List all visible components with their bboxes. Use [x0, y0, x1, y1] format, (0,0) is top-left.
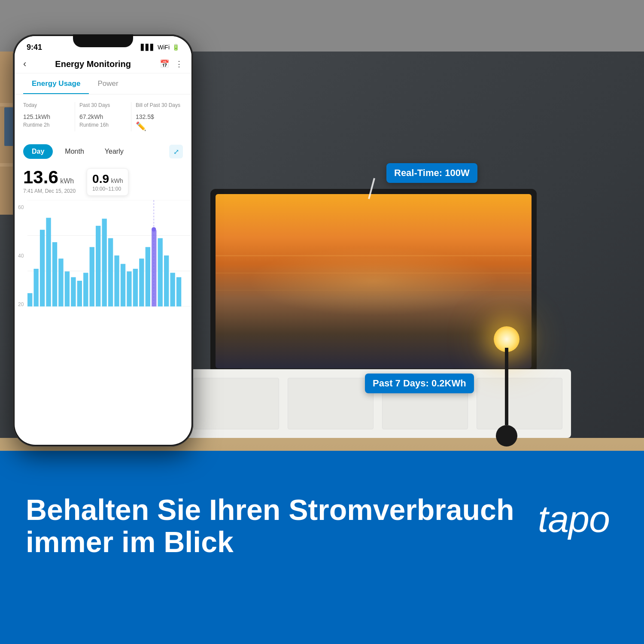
tooltip-unit: kWh — [111, 177, 123, 184]
svg-rect-16 — [102, 219, 106, 307]
phone-body: 9:41 ▋▋▋ WiFi 🔋 ‹ Energy Monitoring 📅 ⋮ — [13, 34, 193, 447]
chart-y-labels: 60 40 20 — [18, 204, 24, 307]
header-title: Energy Monitoring — [55, 59, 131, 69]
tv-screen — [216, 194, 532, 368]
period-day-button[interactable]: Day — [23, 144, 53, 159]
svg-rect-28 — [176, 277, 181, 307]
headline-line2: immer im Blick — [26, 526, 514, 558]
app-header: ‹ Energy Monitoring 📅 ⋮ — [15, 55, 191, 73]
expand-icon: ⤢ — [173, 148, 179, 156]
stat-bill: Bill of Past 30 Days 132.5$ ✏️ — [136, 102, 183, 131]
y-label-20: 20 — [18, 301, 24, 307]
past7-text: Past 7 Days: 0.2KWh — [373, 378, 466, 389]
tab-energy-label: Energy Usage — [32, 79, 80, 88]
svg-rect-13 — [83, 273, 88, 307]
stat-past30-unit: kWh — [91, 113, 103, 120]
svg-rect-5 — [33, 269, 38, 307]
realtime-bubble: Real-Time: 100W — [386, 163, 477, 183]
current-reading: 13.6 kWh 7:41 AM, Dec 15, 2020 0.9 kWh 1… — [15, 164, 191, 200]
stat-divider-2 — [131, 102, 131, 131]
tv-streak-1 — [216, 255, 532, 256]
stat-today: Today 125.1kWh Runtime 2h — [23, 102, 70, 131]
tv-streak-3 — [216, 290, 532, 291]
app-tabs: Energy Usage Power — [15, 73, 191, 94]
stat-today-unit: kWh — [38, 113, 50, 120]
reading-time: 7:41 AM, Dec 15, 2020 — [23, 188, 76, 194]
header-icons: 📅 ⋮ — [160, 59, 183, 69]
phone-notch — [73, 34, 133, 47]
reading-value-container: 13.6 kWh — [23, 168, 76, 186]
stat-today-value: 125.1kWh — [23, 110, 70, 121]
y-label-40: 40 — [18, 253, 24, 259]
y-label-60: 60 — [18, 204, 24, 210]
tv-glow — [247, 246, 500, 316]
floor-lamp — [489, 326, 524, 447]
stat-today-number: 125.1 — [23, 113, 38, 120]
stat-bill-unit: $ — [151, 113, 154, 120]
tv-streak-2 — [216, 273, 532, 273]
cabinet-door-1 — [193, 378, 279, 429]
headline-line1: Behalten Sie Ihren Stromverbrauch — [26, 494, 514, 526]
back-button[interactable]: ‹ — [23, 58, 26, 70]
svg-rect-22 — [139, 259, 144, 307]
svg-rect-10 — [65, 272, 70, 307]
svg-rect-20 — [127, 272, 131, 307]
stat-bill-value: 132.5$ — [136, 110, 183, 121]
tab-power[interactable]: Power — [89, 73, 127, 94]
reading-unit: kWh — [60, 177, 74, 185]
svg-rect-6 — [40, 230, 45, 307]
more-icon[interactable]: ⋮ — [175, 59, 183, 69]
period-month-button[interactable]: Month — [56, 144, 92, 159]
status-icons: ▋▋▋ WiFi 🔋 — [141, 44, 179, 51]
expand-chart-button[interactable]: ⤢ — [169, 145, 183, 158]
svg-rect-19 — [121, 264, 125, 307]
stat-past30: Past 30 Days 67.2kWh Runtime 16h — [79, 102, 127, 131]
svg-rect-14 — [90, 247, 94, 307]
tooltip-time: 10:00~11:00 — [92, 186, 123, 192]
battery-icon: 🔋 — [172, 44, 179, 51]
tab-power-label: Power — [97, 79, 118, 88]
svg-rect-25 — [158, 238, 163, 307]
svg-rect-9 — [58, 259, 63, 307]
svg-rect-8 — [52, 242, 57, 307]
tooltip-value: 0.9 — [92, 172, 109, 185]
svg-rect-26 — [164, 255, 169, 307]
stat-past30-number: 67.2 — [79, 113, 91, 120]
period-yearly-button[interactable]: Yearly — [96, 144, 132, 159]
stat-divider-1 — [75, 102, 75, 131]
phone-container: 9:41 ▋▋▋ WiFi 🔋 ‹ Energy Monitoring 📅 ⋮ — [13, 34, 193, 447]
svg-rect-15 — [96, 226, 100, 307]
svg-rect-27 — [170, 273, 175, 307]
realtime-text: Real-Time: 100W — [394, 167, 470, 178]
chart-tooltip: 0.9 kWh 10:00~11:00 — [87, 168, 128, 196]
reading-main: 13.6 kWh 7:41 AM, Dec 15, 2020 — [23, 168, 76, 194]
edit-bill-button[interactable]: ✏️ — [136, 121, 183, 131]
svg-rect-17 — [108, 238, 113, 307]
svg-rect-23 — [146, 247, 150, 307]
stat-bill-number: 132.5 — [136, 113, 151, 120]
headline: Behalten Sie Ihren Stromverbrauch immer … — [26, 494, 514, 558]
stat-bill-label: Bill of Past 30 Days — [136, 102, 183, 108]
stat-past30-runtime: Runtime 16h — [79, 122, 127, 128]
tv-screen-container — [210, 189, 537, 374]
stat-today-runtime: Runtime 2h — [23, 122, 70, 128]
calendar-icon[interactable]: 📅 — [160, 59, 169, 69]
stat-past30-label: Past 30 Days — [79, 102, 127, 108]
tapo-wordmark: tapo — [538, 498, 610, 540]
svg-rect-11 — [71, 277, 76, 307]
wifi-icon: WiFi — [158, 44, 170, 51]
svg-rect-7 — [46, 218, 51, 307]
bottom-text: Behalten Sie Ihren Stromverbrauch immer … — [26, 494, 514, 558]
cabinet-door-2 — [288, 378, 374, 429]
tab-energy-usage[interactable]: Energy Usage — [23, 73, 89, 94]
phone-screen: 9:41 ▋▋▋ WiFi 🔋 ‹ Energy Monitoring 📅 ⋮ — [15, 36, 191, 445]
chart-svg — [27, 200, 191, 307]
period-selector: Day Month Yearly ⤢ — [15, 139, 191, 164]
svg-rect-12 — [77, 281, 82, 307]
lamp-base — [496, 425, 517, 447]
bottom-section: Behalten Sie Ihren Stromverbrauch immer … — [0, 451, 644, 644]
svg-rect-18 — [114, 255, 119, 307]
reading-value: 13.6 — [23, 167, 58, 187]
signal-icon: ▋▋▋ — [141, 44, 155, 51]
lamp-stem — [505, 348, 508, 425]
